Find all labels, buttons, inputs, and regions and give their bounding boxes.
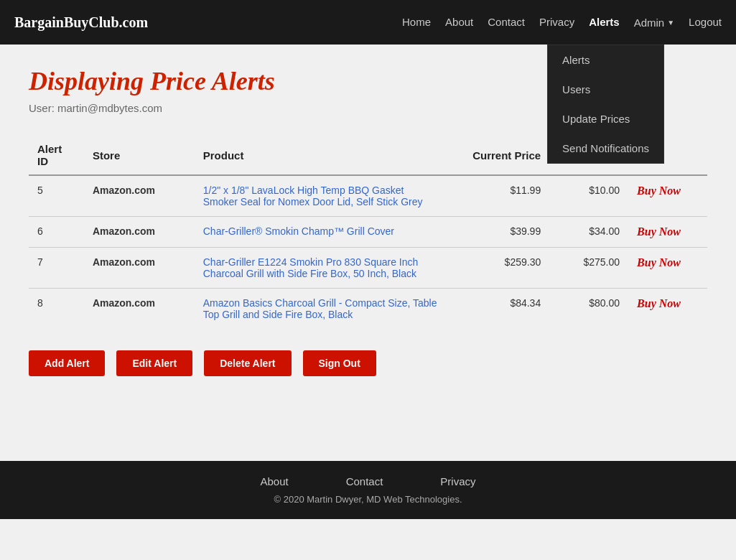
footer-about[interactable]: About [260, 475, 288, 487]
dropdown-alerts[interactable]: Alerts [548, 45, 663, 75]
footer: About Contact Privacy © 2020 Martin Dwye… [0, 461, 736, 519]
cell-alert-price: $34.00 [549, 217, 628, 248]
dropdown-send-notifications[interactable]: Send Notifications [548, 134, 663, 163]
nav-logout[interactable]: Logout [689, 16, 722, 28]
cell-alert-price: $10.00 [549, 175, 628, 217]
cell-store: Amazon.com [84, 217, 195, 248]
col-store: Store [84, 136, 195, 175]
cell-action[interactable]: Buy Now [628, 217, 707, 248]
cell-current-price: $84.34 [447, 289, 549, 330]
cell-current-price: $259.30 [447, 248, 549, 289]
edit-alert-button[interactable]: Edit Alert [116, 350, 192, 376]
table-row: 8 Amazon.com Amazon Basics Charcoal Gril… [29, 289, 707, 330]
delete-alert-button[interactable]: Delete Alert [204, 350, 291, 376]
add-alert-button[interactable]: Add Alert [29, 350, 105, 376]
cell-store: Amazon.com [84, 248, 195, 289]
nav-alerts[interactable]: Alerts [589, 16, 620, 28]
alerts-table: Alert ID Store Product Current Price Ale… [29, 136, 707, 329]
cell-alert-id: 8 [29, 289, 84, 330]
nav-home[interactable]: Home [402, 16, 431, 28]
navbar: BargainBuyClub.com Home About Contact Pr… [0, 0, 736, 45]
nav-privacy[interactable]: Privacy [539, 16, 574, 28]
cell-alert-id: 6 [29, 217, 84, 248]
buy-now-link[interactable]: Buy Now [637, 256, 681, 269]
cell-current-price: $39.99 [447, 217, 549, 248]
cell-alert-price: $80.00 [549, 289, 628, 330]
footer-contact[interactable]: Contact [346, 475, 383, 487]
table-row: 7 Amazon.com Char-Griller E1224 Smokin P… [29, 248, 707, 289]
col-current-price: Current Price [447, 136, 549, 175]
buy-now-link[interactable]: Buy Now [637, 185, 681, 197]
cell-alert-price: $275.00 [549, 248, 628, 289]
nav-about[interactable]: About [445, 16, 473, 28]
nav-admin-button[interactable]: Admin ▼ [634, 17, 674, 29]
cell-alert-id: 7 [29, 248, 84, 289]
brand-logo[interactable]: BargainBuyClub.com [14, 14, 148, 31]
cell-product: Amazon Basics Charcoal Grill - Compact S… [195, 289, 447, 330]
cell-product: Char-Griller® Smokin Champ™ Grill Cover [195, 217, 447, 248]
admin-dropdown-arrow: ▼ [667, 19, 674, 27]
table-body: 5 Amazon.com 1/2" x 1/8" LavaLock High T… [29, 175, 707, 329]
cell-store: Amazon.com [84, 175, 195, 217]
dropdown-update-prices[interactable]: Update Prices [548, 104, 663, 134]
cell-product: 1/2" x 1/8" LavaLock High Temp BBQ Gaske… [195, 175, 447, 217]
cell-product: Char-Griller E1224 Smokin Pro 830 Square… [195, 248, 447, 289]
table-row: 6 Amazon.com Char-Griller® Smokin Champ™… [29, 217, 707, 248]
buy-now-link[interactable]: Buy Now [637, 225, 681, 238]
admin-dropdown-menu: Alerts Users Update Prices Send Notifica… [547, 45, 664, 164]
col-alert-id: Alert ID [29, 136, 84, 175]
footer-privacy[interactable]: Privacy [440, 475, 475, 487]
col-product: Product [195, 136, 447, 175]
footer-links: About Contact Privacy [14, 475, 722, 488]
buy-now-link[interactable]: Buy Now [637, 297, 681, 309]
footer-copyright: © 2020 Martin Dwyer, MD Web Technologies… [14, 494, 722, 505]
nav-contact[interactable]: Contact [488, 16, 525, 28]
nav-links: Home About Contact Privacy Alerts Admin … [402, 16, 722, 29]
cell-action[interactable]: Buy Now [628, 289, 707, 330]
cell-current-price: $11.99 [447, 175, 549, 217]
action-buttons: Add Alert Edit Alert Delete Alert Sign O… [29, 350, 707, 376]
dropdown-users[interactable]: Users [548, 75, 663, 104]
sign-out-button[interactable]: Sign Out [303, 350, 376, 376]
cell-action[interactable]: Buy Now [628, 248, 707, 289]
cell-store: Amazon.com [84, 289, 195, 330]
cell-action[interactable]: Buy Now [628, 175, 707, 217]
cell-alert-id: 5 [29, 175, 84, 217]
table-row: 5 Amazon.com 1/2" x 1/8" LavaLock High T… [29, 175, 707, 217]
